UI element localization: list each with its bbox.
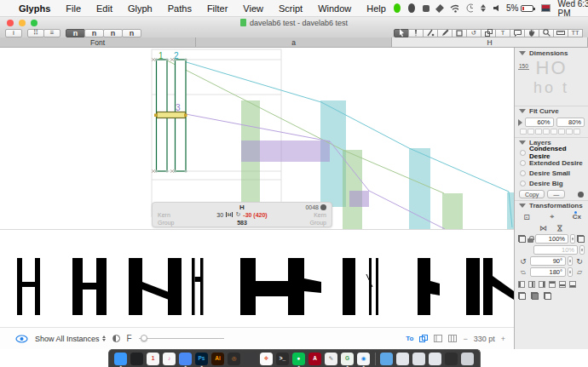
dock-folder-icon[interactable] [429,352,442,365]
menu-paths[interactable]: Paths [160,3,199,14]
list-view-button[interactable]: ≡ [43,29,61,37]
disclosure-triangle-icon[interactable] [519,140,526,145]
menu-filter[interactable]: Filter [199,3,235,14]
time-machine-icon[interactable] [466,3,473,13]
pencil-tool[interactable] [437,29,453,37]
battery-indicator[interactable]: 5% [506,3,533,13]
input-source-flag-icon[interactable] [541,4,550,12]
fit-curve-max-field[interactable]: 80% [556,118,585,127]
copy-layer-button[interactable]: Copy [519,190,545,198]
layer-item-desire-small[interactable]: Desire Small [515,168,588,178]
master-preview-2-button[interactable]: n [84,29,104,37]
align-center-vertical-icon[interactable] [528,281,535,288]
align-top-icon[interactable] [549,281,556,288]
fit-curve-min-field[interactable]: 60% [525,118,554,127]
dock-app-icon[interactable]: 1 [147,352,160,365]
metrics-tool[interactable]: TT [568,29,583,37]
menu-file[interactable]: File [58,3,89,14]
kern-cycle-icon[interactable]: ↻ [235,211,240,218]
annotation-tool[interactable] [510,29,525,37]
menu-glyphs[interactable]: Glyphs [19,3,58,14]
align-bottom-icon[interactable] [569,281,576,288]
tab-font[interactable]: Font [0,37,196,47]
dock-app-icon[interactable]: >_ [276,352,290,365]
zoom-tool[interactable] [539,29,554,37]
scale-tool[interactable] [481,29,496,37]
glyph-outline[interactable] [154,60,187,171]
zoom-out-button[interactable]: − [463,335,467,343]
dock-folder-icon[interactable] [396,352,410,365]
flipped-preview-label[interactable]: F [127,334,132,343]
rotate-stepper[interactable] [568,256,573,266]
glyph-edit-canvas[interactable]: 1 2 3 H 0048 Kern 30 H [0,48,514,229]
dock-folder-icon[interactable] [380,352,394,365]
minimize-window-button[interactable] [19,20,26,26]
layer-visibility-icon[interactable] [520,160,526,166]
measurement-tool[interactable] [553,29,568,37]
intersect-paths-icon[interactable] [544,292,551,300]
transform-origin-cx-icon[interactable]: Cx [573,213,581,221]
align-right-icon[interactable] [539,281,545,288]
slant-left-icon[interactable]: ▱ [518,268,528,276]
menu-view[interactable]: View [235,3,271,14]
wifi-icon[interactable] [450,4,458,13]
dock-app-icon[interactable]: G ● [341,352,355,365]
menu-glyph[interactable]: Glyph [120,3,160,14]
volume-icon[interactable] [493,4,499,12]
dropbox-status-icon[interactable] [435,4,444,13]
disclosure-triangle-icon[interactable] [519,204,526,208]
draw-tool[interactable] [423,29,438,37]
scale-secondary-stepper[interactable] [579,245,585,255]
dock-app-icon[interactable]: ❖ [260,352,274,365]
zoom-in-button[interactable]: + [501,335,505,343]
master-preview-3-button[interactable]: n [103,29,123,37]
scale-stepper[interactable] [570,234,575,244]
menubar-clock[interactable]: Wed 6:31 PM [558,0,588,18]
disclosure-triangle-icon[interactable] [519,109,526,113]
selected-crossbar[interactable] [157,112,186,118]
dock-folder-icon[interactable] [461,352,475,365]
dock-app-icon[interactable]: ● ● [292,352,306,365]
zoom-value[interactable]: 330 pt [474,335,495,343]
rotate-tool[interactable]: ↺ [466,29,481,37]
dock-app-icon[interactable]: ♪ [163,352,176,365]
rotate-field[interactable]: 90° [530,256,566,266]
primitives-tool[interactable] [452,29,467,37]
transformations-panel-header[interactable]: Transformations [515,200,588,210]
dock-app-icon[interactable] [130,352,144,365]
dock-folder-icon[interactable] [412,352,426,365]
glyph-settings-gear-icon[interactable] [320,204,326,210]
layer-item-desire-big[interactable]: Desire Big [515,178,588,188]
menu-edit[interactable]: Edit [89,3,120,14]
transform-origin-icon[interactable]: ⌖ [547,212,557,221]
kern-value-right[interactable]: -30 (420) [243,212,267,218]
preview-size-slider[interactable] [139,338,224,339]
dock-app-icon[interactable]: ● [114,352,128,365]
flip-horizontal-icon[interactable]: ⋈ [539,224,547,232]
preview-eye-icon[interactable] [15,335,28,343]
dock-app-icon[interactable]: ◉ ● [357,352,371,365]
circle-status-icon[interactable] [408,3,415,13]
flip-vertical-icon[interactable]: ⋈ [556,225,564,232]
menu-window[interactable]: Window [310,3,359,14]
dock-app-icon[interactable]: Ps ● [195,352,209,365]
rotate-cw-icon[interactable]: ↻ [574,257,585,266]
glyph-width-value[interactable]: 583 [197,220,287,226]
kern-value-left[interactable]: 30 [216,212,223,218]
layers-preview-icon[interactable] [419,335,428,342]
fit-curve-expand-icon[interactable] [518,119,522,126]
text-preview-icon[interactable]: To [406,335,413,342]
scale-down-icon[interactable] [518,235,526,243]
subtract-paths-icon[interactable] [531,292,539,300]
tab-a[interactable]: a [196,37,392,47]
layer-visibility-icon[interactable] [520,181,526,186]
fit-curve-panel-header[interactable]: Fit Curve [515,106,588,116]
slider-knob[interactable] [141,335,147,341]
tab-h[interactable]: H [392,37,588,47]
dock-app-icon[interactable]: A [308,352,322,365]
disclosure-triangle-icon[interactable] [519,51,526,55]
master-preview-1-button[interactable]: n [66,29,85,37]
select-tool[interactable] [394,29,409,37]
line-status-icon[interactable] [394,3,401,13]
zoom-window-button[interactable] [31,20,37,26]
